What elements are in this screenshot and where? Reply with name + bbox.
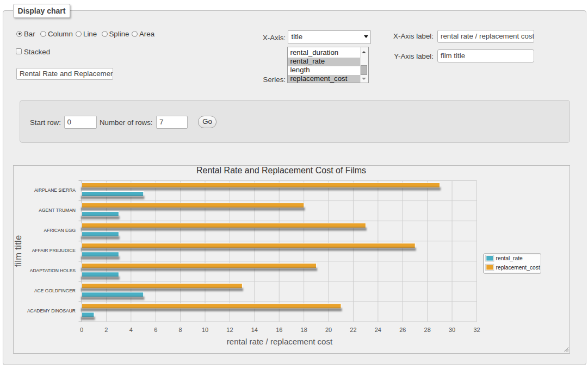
svg-text:AGENT TRUMAN: AGENT TRUMAN <box>39 208 76 213</box>
svg-text:20: 20 <box>325 327 332 333</box>
svg-text:12: 12 <box>226 327 233 333</box>
svg-text:16: 16 <box>276 327 282 333</box>
svg-text:0: 0 <box>80 327 83 333</box>
svg-text:Rental Rate and Replacement Co: Rental Rate and Replacement Cost of Film… <box>196 166 366 175</box>
svg-text:30: 30 <box>449 327 455 333</box>
svg-text:rental rate / replacement cost: rental rate / replacement cost <box>227 337 333 346</box>
svg-text:22: 22 <box>350 327 356 333</box>
svg-text:AFFAIR PREJUDICE: AFFAIR PREJUDICE <box>32 248 76 253</box>
svg-text:18: 18 <box>301 327 307 333</box>
svg-text:replacement_cost: replacement_cost <box>496 265 540 271</box>
svg-text:24: 24 <box>375 327 381 333</box>
svg-text:2: 2 <box>104 327 108 333</box>
svg-text:6: 6 <box>154 327 157 333</box>
svg-text:ACE GOLDFINGER: ACE GOLDFINGER <box>34 288 76 293</box>
svg-text:rental_rate: rental_rate <box>496 255 523 261</box>
svg-text:10: 10 <box>202 327 208 333</box>
svg-text:AIRPLANE SIERRA: AIRPLANE SIERRA <box>34 187 76 193</box>
svg-text:4: 4 <box>129 327 133 333</box>
svg-text:26: 26 <box>399 327 406 333</box>
svg-text:AFRICAN EGG: AFRICAN EGG <box>44 228 76 233</box>
svg-text:film title: film title <box>14 235 23 267</box>
svg-text:28: 28 <box>424 327 431 333</box>
svg-text:ACADEMY DINOSAUR: ACADEMY DINOSAUR <box>27 308 76 313</box>
svg-text:8: 8 <box>179 327 182 333</box>
svg-text:ADAPTATION HOLES: ADAPTATION HOLES <box>30 268 76 273</box>
svg-text:32: 32 <box>473 327 480 333</box>
svg-text:14: 14 <box>251 327 258 333</box>
